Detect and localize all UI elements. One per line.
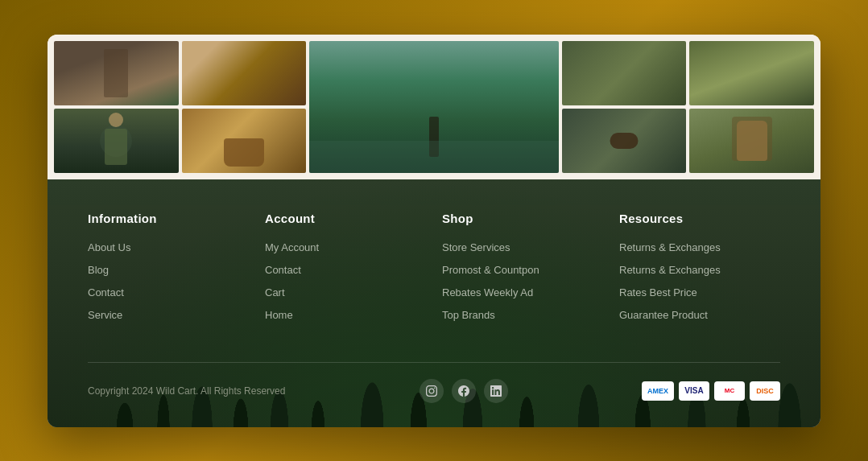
payment-visa: VISA: [679, 381, 709, 401]
link-home[interactable]: Home: [265, 309, 293, 321]
list-item: Guarantee Product: [619, 307, 780, 322]
footer-columns: Information About Us Blog Contact Servic…: [88, 212, 780, 330]
copyright-text: Copyright 2024 Wild Cart. All Rights Res…: [88, 385, 285, 397]
gallery-image-3: [309, 41, 558, 173]
footer-payments: AMEX VISA MC DISC: [642, 381, 780, 401]
gallery-image-5: [689, 41, 814, 105]
link-cart[interactable]: Cart: [265, 286, 285, 298]
link-rates-best-price[interactable]: Rates Best Price: [619, 286, 697, 298]
gallery-image-9: [689, 109, 814, 173]
list-item: Cart: [265, 285, 426, 299]
link-contact-info[interactable]: Contact: [88, 286, 124, 298]
gallery-image-1: [54, 41, 179, 105]
payment-mastercard: MC: [714, 381, 745, 401]
link-guarantee-product[interactable]: Guarantee Product: [619, 309, 708, 321]
browser-window: Information About Us Blog Contact Servic…: [48, 35, 820, 427]
list-item: Blog: [88, 262, 249, 277]
social-facebook-button[interactable]: [452, 379, 476, 403]
payment-amex: AMEX: [642, 381, 674, 401]
footer-bottom: Copyright 2024 Wild Cart. All Rights Res…: [88, 379, 780, 403]
list-item: Store Services: [442, 240, 603, 254]
facebook-icon: [458, 385, 469, 397]
footer-col-information: Information About Us Blog Contact Servic…: [88, 212, 249, 330]
link-my-account[interactable]: My Account: [265, 241, 319, 253]
footer-col-account: Account My Account Contact Cart Home: [265, 212, 426, 330]
link-top-brands[interactable]: Top Brands: [442, 309, 495, 321]
instagram-icon: [426, 385, 437, 397]
link-returns-exchanges-1[interactable]: Returns & Exchanges: [619, 241, 721, 253]
link-promost-countpon[interactable]: Promost & Countpon: [442, 264, 539, 276]
list-item: About Us: [88, 240, 249, 254]
list-item: Promost & Countpon: [442, 262, 603, 277]
gallery-section: [48, 35, 820, 179]
gallery-image-2: [182, 41, 307, 105]
link-contact-account[interactable]: Contact: [265, 264, 301, 276]
linkedin-icon: [490, 385, 502, 397]
gallery-image-7: [182, 109, 307, 173]
list-item: Top Brands: [442, 307, 603, 322]
list-item: Returns & Exchanges: [619, 262, 780, 277]
list-item: Rates Best Price: [619, 285, 780, 299]
social-linkedin-button[interactable]: [484, 379, 508, 403]
list-item: Returns & Exchanges: [619, 240, 780, 254]
footer-col-account-links: My Account Contact Cart Home: [265, 240, 426, 322]
footer-col-shop: Shop Store Services Promost & Countpon R…: [442, 212, 603, 330]
footer-col-resources: Resources Returns & Exchanges Returns & …: [619, 212, 780, 330]
link-store-services[interactable]: Store Services: [442, 241, 510, 253]
payment-discover: DISC: [750, 381, 780, 401]
list-item: Rebates Weekly Ad: [442, 285, 603, 299]
footer-col-account-heading: Account: [265, 212, 426, 225]
footer-social-links: [420, 379, 508, 403]
link-returns-exchanges-2[interactable]: Returns & Exchanges: [619, 264, 721, 276]
footer-col-resources-heading: Resources: [619, 212, 780, 225]
list-item: Home: [265, 307, 426, 322]
footer-col-information-links: About Us Blog Contact Service: [88, 240, 249, 322]
link-blog[interactable]: Blog: [88, 264, 109, 276]
link-rebates-weekly-ad[interactable]: Rebates Weekly Ad: [442, 286, 533, 298]
gallery-image-4: [562, 41, 687, 105]
list-item: My Account: [265, 240, 426, 254]
list-item: Contact: [88, 285, 249, 299]
footer-col-shop-heading: Shop: [442, 212, 603, 225]
gallery-image-6: [54, 109, 179, 173]
link-about-us[interactable]: About Us: [88, 241, 130, 253]
footer: Information About Us Blog Contact Servic…: [48, 179, 820, 427]
gallery-image-8: [562, 109, 687, 173]
gallery-grid: [48, 35, 820, 179]
footer-divider: [88, 362, 780, 363]
list-item: Contact: [265, 262, 426, 277]
footer-col-information-heading: Information: [88, 212, 249, 225]
footer-content: Information About Us Blog Contact Servic…: [88, 212, 780, 403]
footer-col-shop-links: Store Services Promost & Countpon Rebate…: [442, 240, 603, 322]
footer-col-resources-links: Returns & Exchanges Returns & Exchanges …: [619, 240, 780, 322]
social-instagram-button[interactable]: [420, 379, 444, 403]
list-item: Service: [88, 307, 249, 322]
link-service[interactable]: Service: [88, 309, 122, 321]
